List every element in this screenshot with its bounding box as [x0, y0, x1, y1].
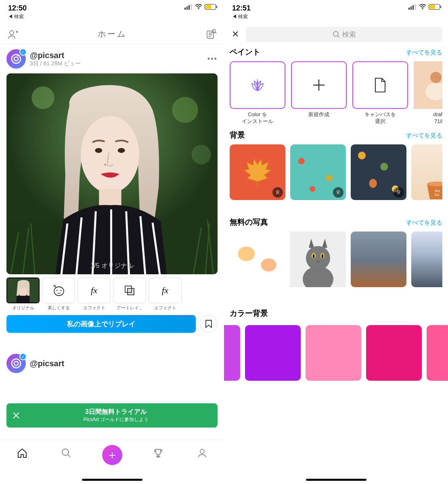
cellular-icon [408, 4, 417, 10]
see-all-link[interactable]: すべてを見る [406, 49, 442, 56]
wifi-icon [195, 4, 202, 10]
post-header: ✓ @picsart 3日 / 61.28M ビュー ••• [6, 49, 218, 69]
person-icon [197, 447, 208, 459]
avatar[interactable]: ✓ [6, 354, 26, 373]
svg-point-26 [12, 359, 21, 368]
svg-rect-32 [412, 5, 414, 10]
section-title: 背景 [230, 130, 245, 140]
section-title: ペイント [230, 47, 260, 57]
search-placeholder: 検索 [342, 30, 356, 39]
trial-banner[interactable]: 3日間無料トライアル PicsArt ゴールドに参加しよう [6, 403, 218, 428]
svg-rect-20 [17, 296, 29, 302]
section-title: 無料の写真 [230, 217, 268, 227]
svg-rect-1 [186, 6, 188, 10]
layers-icon [124, 285, 135, 296]
photo-tile[interactable] [230, 232, 285, 287]
color-swatch[interactable] [245, 325, 301, 381]
status-icons: ⚡ [184, 4, 216, 10]
paint-draft[interactable]: draft_1 71883 [414, 61, 442, 125]
bottom-nav: ＋ [0, 440, 224, 484]
document-icon [373, 77, 387, 94]
trophy-icon [153, 447, 164, 459]
svg-point-4 [198, 8, 199, 9]
edit-thumbs: オリジナル 美しくする fx エフェクト アートレイ... fx エフェクト [6, 277, 218, 311]
bookmark-button[interactable] [200, 315, 218, 333]
plus-icon [312, 78, 326, 92]
nav-create[interactable]: ＋ [102, 445, 122, 465]
nav-profile[interactable] [194, 445, 210, 461]
maple-leaf-icon [239, 154, 276, 190]
status-bar: 12:51 ◀ 検索 ⚡ [224, 0, 448, 24]
thumb-artlayer[interactable]: アートレイ... [113, 277, 146, 311]
lotus-icon [249, 78, 266, 92]
bg-tile[interactable]: ♕ [290, 144, 346, 200]
color-swatch[interactable] [306, 325, 361, 381]
svg-point-8 [14, 57, 18, 61]
color-swatch[interactable] [224, 325, 240, 381]
home-indicator[interactable] [306, 479, 366, 481]
home-icon [17, 447, 28, 459]
svg-rect-25 [128, 288, 134, 295]
thumb-original[interactable]: オリジナル [6, 277, 40, 311]
battery-icon: ⚡ [429, 4, 440, 10]
paint-new[interactable]: 新規作成 [291, 61, 347, 125]
color-swatch[interactable] [427, 325, 448, 381]
svg-rect-33 [415, 4, 416, 10]
feed-post-2: ✓ @picsart [0, 354, 224, 373]
premium-badge-icon: ♕ [394, 187, 404, 198]
add-friend-icon[interactable] [7, 29, 19, 40]
svg-text:Hel: Hel [435, 189, 440, 193]
bookmark-icon [205, 319, 212, 328]
search-icon [61, 447, 72, 459]
photo-tile[interactable] [411, 232, 442, 287]
svg-point-35 [333, 31, 338, 36]
nav-challenges[interactable] [150, 445, 166, 461]
post-meta: 3日 / 61.28M ビュー [30, 60, 81, 67]
app-header: ホーム [0, 24, 224, 44]
back-to-app[interactable]: ◀ 検索 [232, 13, 248, 20]
svg-point-13 [81, 116, 139, 193]
color-swatch[interactable] [366, 325, 422, 381]
replay-button[interactable]: 私の画像上でリプレイ [6, 315, 196, 333]
paint-canvas[interactable]: キャンバスを 選択 [352, 61, 408, 125]
bg-tile[interactable]: HelFal [411, 144, 442, 200]
page-title: ホーム [98, 29, 127, 40]
see-all-link[interactable]: すべてを見る [406, 219, 442, 227]
post-image[interactable]: 1/5 オリジナル [6, 73, 218, 274]
photo-tile[interactable] [351, 232, 406, 287]
image-counter: 1/5 オリジナル [90, 262, 134, 270]
svg-rect-3 [191, 4, 192, 10]
color-row [224, 325, 448, 381]
close-icon[interactable] [12, 411, 20, 419]
svg-point-7 [12, 54, 21, 63]
thumb-beautify[interactable]: 美しくする [42, 277, 75, 311]
close-button[interactable]: ✕ [230, 29, 241, 40]
post-username[interactable]: @picsart [30, 359, 64, 368]
svg-point-28 [62, 449, 69, 455]
svg-rect-30 [408, 8, 410, 10]
home-screen: 12:50 ◀ 検索 ⚡ ホーム ✓ @picsart 3日 / 61.28M … [0, 0, 224, 484]
svg-point-49 [322, 254, 323, 258]
verified-badge-icon: ✓ [19, 48, 27, 56]
thumb-effect-1[interactable]: fx エフェクト [77, 277, 111, 311]
search-input[interactable]: 検索 [246, 27, 442, 42]
thumb-effect-2[interactable]: fx エフェクト [149, 277, 182, 311]
paint-color-install[interactable]: Color を インストール [230, 61, 285, 125]
post-username[interactable]: @picsart [30, 51, 81, 60]
bg-tile[interactable]: ♕ [230, 144, 285, 200]
trial-subtitle: PicsArt ゴールドに参加しよう [20, 416, 212, 423]
nav-home[interactable] [14, 445, 30, 461]
bg-tile[interactable]: ♕ [351, 144, 406, 200]
photo-tile[interactable] [290, 232, 346, 287]
more-options-icon[interactable]: ••• [207, 55, 218, 63]
search-icon [333, 31, 340, 38]
notification-icon[interactable] [205, 29, 217, 40]
color-bg-section: カラー背景 [224, 306, 448, 325]
section-title: カラー背景 [230, 308, 268, 319]
nav-search[interactable] [58, 445, 74, 461]
home-indicator[interactable] [82, 479, 142, 481]
see-all-link[interactable]: すべてを見る [406, 132, 442, 140]
back-to-app[interactable]: ◀ 検索 [8, 13, 24, 20]
fx-icon: fx [162, 285, 168, 296]
avatar[interactable]: ✓ [6, 49, 26, 69]
